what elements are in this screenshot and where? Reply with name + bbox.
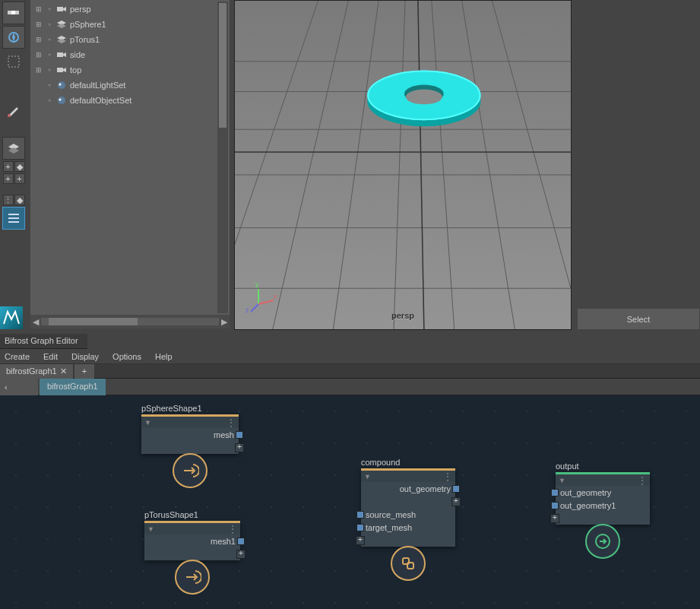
scrollbar-thumb[interactable]: [49, 318, 138, 325]
tool-a1[interactable]: +: [3, 161, 14, 172]
node-ptorus[interactable]: pTorusShape1 ▼⋮ mesh1 +: [144, 521, 240, 560]
tool-paint[interactable]: [2, 99, 25, 122]
tool-layers[interactable]: [2, 137, 25, 160]
svg-line-38: [235, 1, 318, 288]
maya-logo: [0, 306, 23, 329]
node-port-row: out_geometry: [556, 486, 650, 499]
add-port-icon[interactable]: +: [356, 536, 365, 545]
tool-highlight[interactable]: [2, 26, 25, 49]
bge-menu-edit[interactable]: Edit: [43, 352, 58, 361]
bge-menu-options[interactable]: Options: [112, 352, 141, 361]
expand-icon[interactable]: ⊞: [35, 51, 43, 59]
bge-graph-canvas[interactable]: pSphereShape1 ▼⋮ mesh + pTorusShape1 ▼⋮ …: [0, 395, 700, 609]
node-port-row: +: [144, 547, 240, 560]
bifrost-graph-editor: Bifrost Graph Editor Create Edit Display…: [0, 334, 700, 609]
collapse-icon[interactable]: ▼: [559, 477, 565, 484]
expand-icon[interactable]: ⊞: [35, 21, 43, 28]
close-icon[interactable]: ✕: [60, 366, 67, 376]
camera-icon: [56, 65, 67, 75]
tool-b2[interactable]: +: [14, 173, 25, 184]
bge-menu-display[interactable]: Display: [71, 352, 99, 361]
add-port-icon[interactable]: +: [236, 550, 245, 559]
node-port-row: +: [361, 495, 455, 508]
input-port[interactable]: [551, 502, 559, 509]
expand-icon[interactable]: ⊞: [35, 5, 43, 13]
outliner-row[interactable]: ⊞ ▫ defaultLightSet: [30, 78, 230, 93]
tool-b1[interactable]: +: [3, 173, 14, 184]
node-psphere[interactable]: pSphereShape1 ▼⋮ mesh +: [141, 414, 239, 454]
node-header[interactable]: ▼⋮: [361, 471, 455, 482]
bge-crumb-item[interactable]: bifrostGraph1: [40, 379, 106, 395]
outliner-h-scrollbar: ◀ ▶: [30, 315, 230, 328]
svg-point-23: [59, 84, 62, 86]
collapse-icon[interactable]: ▼: [147, 525, 154, 533]
node-port-row: +: [556, 512, 650, 525]
node-compound[interactable]: compound ▼⋮ out_geometry + source_mesh t…: [361, 468, 455, 547]
input-port[interactable]: [356, 511, 364, 519]
svg-marker-4: [12, 33, 15, 42]
outliner-row[interactable]: ⊞ ▫ pSphere1: [30, 17, 230, 32]
bge-menu-help[interactable]: Help: [155, 352, 173, 361]
expand-icon[interactable]: ⊞: [35, 36, 43, 43]
input-port[interactable]: [356, 524, 364, 531]
node-header[interactable]: ▼⋮: [556, 474, 650, 486]
outliner-label: top: [70, 65, 81, 75]
expand-icon[interactable]: ⊞: [35, 66, 43, 74]
viewport-persp[interactable]: y x z persp: [234, 0, 572, 330]
tool-a2[interactable]: ◆: [14, 161, 25, 172]
add-port-icon[interactable]: +: [550, 514, 559, 523]
select-button[interactable]: Select: [578, 309, 699, 329]
tool-c2[interactable]: ◆: [14, 195, 25, 205]
bge-tab[interactable]: bifrostGraph1 ✕: [0, 364, 73, 379]
svg-line-32: [273, 1, 349, 329]
svg-marker-21: [63, 68, 66, 72]
input-port[interactable]: [551, 489, 559, 496]
add-port-icon[interactable]: +: [235, 443, 244, 452]
tool-list[interactable]: [2, 207, 25, 230]
scroll-track[interactable]: [41, 318, 219, 325]
svg-marker-19: [63, 52, 66, 57]
outliner-row[interactable]: ⊞ ▫ side: [30, 47, 230, 62]
svg-rect-2: [15, 11, 19, 14]
set-icon: [56, 96, 67, 105]
node-menu-icon[interactable]: ⋮: [226, 417, 236, 428]
camera-icon: [56, 50, 67, 59]
scroll-left-icon[interactable]: ◀: [30, 316, 41, 327]
output-port[interactable]: [236, 431, 243, 439]
outliner-row[interactable]: ⊞ ▫ defaultObjectSet: [30, 93, 230, 108]
node-menu-icon[interactable]: ⋮: [443, 471, 452, 482]
node-output[interactable]: output ▼⋮ out_geometry out_geometry1 +: [556, 472, 650, 525]
node-menu-icon[interactable]: ⋮: [228, 524, 237, 534]
output-port[interactable]: [237, 538, 245, 545]
tool-selection-mask[interactable]: [2, 2, 25, 24]
outliner-v-scrollbar[interactable]: [217, 2, 228, 313]
tool-grid-b: + +: [3, 173, 25, 184]
outliner-row[interactable]: ⊞ ▫ top: [30, 62, 230, 78]
box-icon: ▫: [46, 51, 53, 59]
add-port-icon[interactable]: +: [451, 497, 461, 506]
output-port[interactable]: [452, 485, 460, 493]
tool-marquee[interactable]: [2, 50, 25, 73]
bge-back-button[interactable]: ‹: [0, 379, 38, 395]
scrollbar-thumb[interactable]: [219, 3, 226, 128]
node-menu-icon[interactable]: ⋮: [638, 475, 647, 486]
svg-rect-18: [57, 52, 63, 57]
node-title: output: [556, 462, 579, 471]
box-icon: ▫: [46, 36, 53, 43]
box-icon: ▫: [46, 81, 53, 89]
node-header[interactable]: ▼⋮: [144, 523, 240, 534]
collapse-icon[interactable]: ▼: [364, 473, 371, 481]
svg-rect-10: [8, 217, 19, 219]
bge-tab-label: bifrostGraph1: [6, 366, 57, 376]
set-icon: [56, 81, 67, 90]
outliner-row[interactable]: ⊞ ▫ pTorus1: [30, 32, 230, 47]
node-header[interactable]: ▼⋮: [141, 417, 239, 428]
collapse-icon[interactable]: ▼: [144, 419, 151, 427]
outliner-row[interactable]: ⊞ ▫ persp: [30, 2, 230, 17]
bge-menu-bar: Create Edit Display Options Help: [0, 349, 700, 364]
bge-tab-add[interactable]: +: [74, 364, 94, 379]
bge-title: Bifrost Graph Editor: [0, 334, 87, 349]
bge-menu-create[interactable]: Create: [5, 352, 30, 361]
scroll-right-icon[interactable]: ▶: [219, 316, 230, 327]
tool-c1[interactable]: ⋮: [3, 195, 14, 205]
